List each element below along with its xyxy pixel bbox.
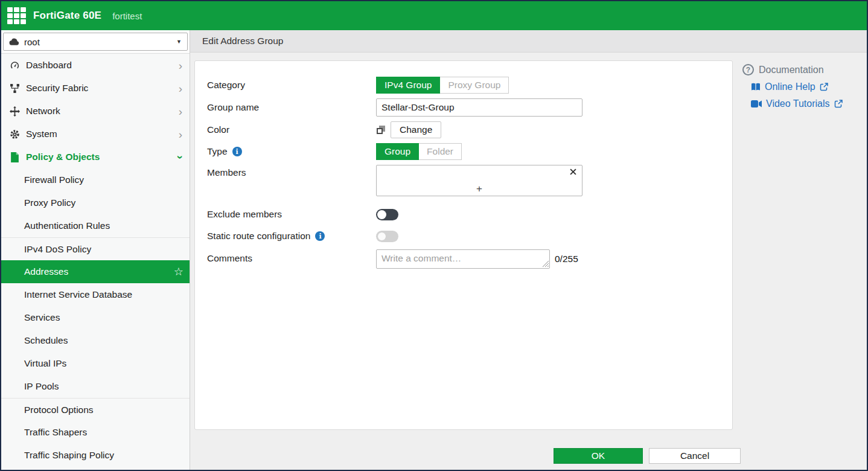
- members-label: Members: [207, 167, 246, 178]
- sidebar-item-label: IPv4 DoS Policy: [24, 244, 91, 255]
- sidebar-item-ip-pools[interactable]: IP Pools: [1, 375, 190, 398]
- chevron-down-icon: ›: [174, 155, 186, 159]
- chevron-right-icon: ›: [179, 83, 182, 94]
- documentation-panel: ? Documentation Online Help: [742, 60, 843, 470]
- category-segmented-control: IPv4 Group Proxy Group: [376, 77, 509, 94]
- sidebar-item-label: Traffic Shapers: [24, 427, 87, 438]
- sidebar-item-label: Protocol Options: [24, 405, 94, 415]
- sidebar-item-label: Authentication Rules: [24, 220, 110, 231]
- clear-members-icon[interactable]: [570, 168, 576, 175]
- sidebar-item-security-fabric[interactable]: Security Fabric ›: [1, 77, 190, 100]
- sidebar-item-label: System: [26, 129, 57, 139]
- color-change-button[interactable]: Change: [391, 121, 441, 138]
- chevron-right-icon: ›: [179, 129, 182, 140]
- external-link-icon: [834, 100, 843, 108]
- sidebar-item-label: Internet Service Database: [24, 289, 132, 300]
- color-swatch-icon: [376, 125, 386, 135]
- favorite-star-icon[interactable]: ☆: [174, 265, 183, 278]
- sidebar-item-policy-objects[interactable]: Policy & Objects ›: [1, 146, 190, 168]
- sidebar-item-internet-service-database[interactable]: Internet Service Database: [1, 283, 190, 306]
- video-tutorials-link[interactable]: Video Tutorials: [751, 98, 843, 109]
- cancel-button[interactable]: Cancel: [649, 448, 741, 464]
- members-field[interactable]: +: [376, 165, 582, 196]
- sidebar-item-addresses[interactable]: Addresses ☆: [1, 260, 190, 283]
- sidebar-item-proxy-policy[interactable]: Proxy Policy: [1, 191, 190, 214]
- type-segmented-control: Group Folder: [376, 143, 462, 160]
- type-folder-button[interactable]: Folder: [419, 143, 462, 160]
- category-ipv4-group-button[interactable]: IPv4 Group: [376, 77, 440, 94]
- sidebar-item-virtual-ips[interactable]: Virtual IPs: [1, 352, 190, 375]
- type-label: Type: [207, 146, 228, 157]
- sidebar-item-dashboard[interactable]: Dashboard ›: [1, 54, 190, 77]
- sidebar-item-label: Traffic Shaping Policy: [24, 450, 114, 461]
- video-camera-icon: [751, 100, 762, 107]
- sidebar-item-label: Firewall Policy: [24, 175, 84, 185]
- vdom-selector[interactable]: root ▼: [3, 33, 188, 51]
- sidebar-item-label: Proxy Policy: [24, 197, 75, 208]
- comments-char-counter: 0/255: [555, 254, 578, 264]
- sidebar-item-label: Security Fabric: [26, 83, 88, 94]
- info-icon: i: [315, 231, 325, 241]
- form-actions: OK Cancel: [554, 448, 741, 464]
- sidebar-item-label: Virtual IPs: [24, 358, 66, 369]
- help-circle-icon: ?: [742, 64, 754, 75]
- sidebar-item-label: Schedules: [24, 335, 68, 346]
- static-route-toggle[interactable]: [376, 231, 398, 242]
- type-group-button[interactable]: Group: [376, 143, 419, 160]
- sidebar-item-services[interactable]: Services: [1, 306, 190, 329]
- comments-label: Comments: [207, 253, 252, 264]
- chevron-right-icon: ›: [179, 60, 182, 71]
- page-title: Edit Address Group: [190, 30, 867, 53]
- app-title: FortiGate 60E: [33, 10, 101, 22]
- vdom-selector-wrap: root ▼: [1, 30, 190, 54]
- color-label: Color: [207, 124, 229, 135]
- sidebar-item-traffic-shapers[interactable]: Traffic Shapers: [1, 421, 190, 444]
- policy-objects-icon: [9, 152, 20, 162]
- group-name-label: Group name: [207, 102, 259, 113]
- group-name-input[interactable]: [376, 98, 582, 117]
- vdom-value: root: [24, 37, 40, 47]
- online-help-label: Online Help: [765, 82, 815, 92]
- sidebar-item-ipv4-dos-policy[interactable]: IPv4 DoS Policy: [1, 237, 190, 260]
- category-label: Category: [207, 80, 245, 91]
- sidebar: root ▼ Dashboard › Security Fabric ›: [1, 30, 190, 470]
- online-help-link[interactable]: Online Help: [751, 82, 843, 92]
- sidebar-item-label: IP Pools: [24, 381, 59, 392]
- category-proxy-group-button[interactable]: Proxy Group: [440, 77, 509, 94]
- security-fabric-icon: [9, 83, 20, 94]
- hostname: fortitest: [112, 11, 142, 21]
- add-member-button[interactable]: +: [476, 183, 482, 195]
- fortigate-app: FortiGate 60E fortitest root ▼ Dashboard: [0, 0, 868, 471]
- info-icon: i: [232, 147, 242, 156]
- edit-address-group-form: Category IPv4 Group Proxy Group Group na…: [194, 60, 733, 430]
- sidebar-item-network[interactable]: Network ›: [1, 100, 190, 123]
- sidebar-item-label: Policy & Objects: [26, 152, 100, 162]
- chevron-right-icon: ›: [179, 106, 182, 117]
- chevron-down-icon: ▼: [176, 39, 182, 45]
- sidebar-item-label: Dashboard: [26, 60, 72, 71]
- comments-input[interactable]: [376, 249, 550, 269]
- sidebar-item-protocol-options[interactable]: Protocol Options: [1, 398, 190, 421]
- video-tutorials-label: Video Tutorials: [766, 98, 830, 109]
- external-link-icon: [820, 83, 828, 91]
- book-icon: [751, 83, 761, 91]
- exclude-members-toggle[interactable]: [376, 209, 398, 220]
- network-icon: [9, 106, 20, 117]
- sidebar-item-label: Addresses: [24, 266, 68, 277]
- sidebar-item-traffic-shaping-policy[interactable]: Traffic Shaping Policy: [1, 444, 190, 467]
- gear-icon: [9, 129, 20, 139]
- exclude-members-label: Exclude members: [207, 209, 282, 220]
- ok-button[interactable]: OK: [554, 448, 643, 464]
- dashboard-icon: [9, 60, 20, 71]
- sidebar-item-authentication-rules[interactable]: Authentication Rules: [1, 214, 190, 237]
- sidebar-item-label: Services: [24, 312, 60, 323]
- sidebar-item-label: Network: [26, 106, 60, 117]
- cloud-icon: [9, 38, 19, 45]
- sidebar-item-schedules[interactable]: Schedules: [1, 329, 190, 352]
- sidebar-item-firewall-policy[interactable]: Firewall Policy: [1, 168, 190, 191]
- documentation-title: Documentation: [759, 65, 824, 75]
- sidebar-item-system[interactable]: System ›: [1, 123, 190, 146]
- fortinet-logo-icon: [7, 7, 26, 24]
- content-area: Edit Address Group Category IPv4 Group P…: [190, 30, 867, 470]
- static-route-label: Static route configuration: [207, 231, 310, 242]
